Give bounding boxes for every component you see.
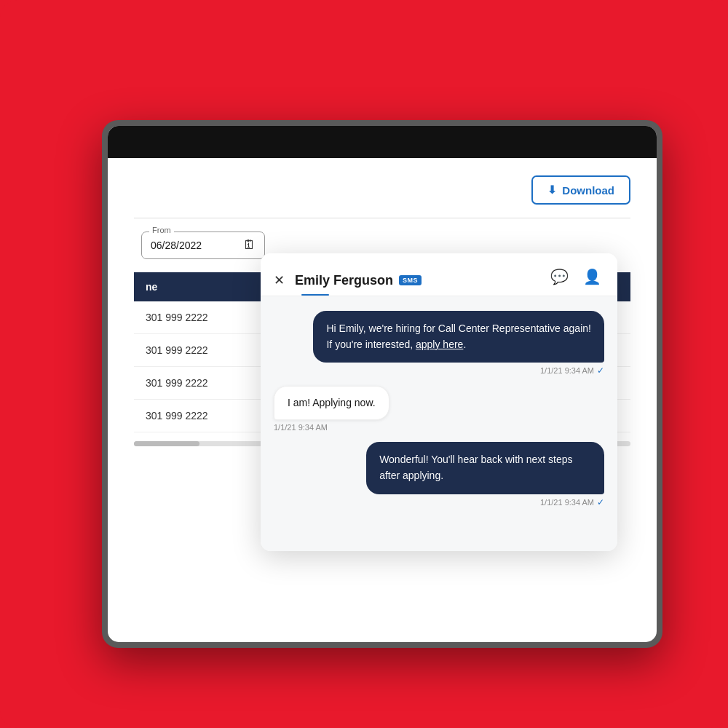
download-area: ⬇ Download <box>134 175 630 205</box>
message-meta-3: 1/1/21 9:34 AM ✓ <box>540 497 604 507</box>
close-icon[interactable]: ✕ <box>274 274 285 287</box>
message-outgoing-1: Hi Emily, we're hiring for Call Center R… <box>274 311 604 376</box>
section-divider <box>134 218 630 218</box>
message-meta-1: 1/1/21 9:34 AM ✓ <box>540 365 604 376</box>
chat-modal: ✕ Emily Ferguson SMS 💬 👤 <box>261 253 617 551</box>
message-outgoing-2: Wonderful! You'll hear back with next st… <box>274 442 604 507</box>
device-screen: ⬇ Download From 06/28/2022 🗓 <box>108 126 657 642</box>
delivered-checkmark-2: ✓ <box>597 497 604 507</box>
bubble-incoming-1: I am! Applying now. <box>274 386 389 420</box>
bubble-outgoing-2: Wonderful! You'll hear back with next st… <box>366 442 604 494</box>
message-incoming-1: I am! Applying now. 1/1/21 9:34 AM <box>274 386 604 432</box>
contact-name: Emily Ferguson <box>295 273 393 288</box>
chat-header-icons: 💬 👤 <box>547 265 604 296</box>
message-meta-2: 1/1/21 9:34 AM <box>274 423 328 432</box>
calendar-icon: 🗓 <box>243 238 256 253</box>
scrollbar-thumb[interactable] <box>134 441 199 446</box>
date-filter-field[interactable]: From 06/28/2022 🗓 <box>141 232 265 259</box>
profile-icon[interactable]: 👤 <box>580 265 604 288</box>
chat-header: ✕ Emily Ferguson SMS 💬 👤 <box>261 253 617 296</box>
sms-badge: SMS <box>399 275 422 285</box>
top-bar <box>108 126 657 158</box>
date-field-label: From <box>149 226 174 234</box>
bubble-outgoing-1: Hi Emily, we're hiring for Call Center R… <box>313 311 604 363</box>
device-frame: ⬇ Download From 06/28/2022 🗓 <box>102 120 662 648</box>
chat-icon[interactable]: 💬 <box>547 265 571 288</box>
tab-indicator <box>301 294 329 296</box>
delivered-checkmark-1: ✓ <box>597 365 604 376</box>
chat-body: Hi Emily, we're hiring for Call Center R… <box>261 296 617 551</box>
date-value: 06/28/2022 <box>151 240 202 251</box>
apply-link[interactable]: apply here <box>416 339 463 350</box>
download-button[interactable]: ⬇ Download <box>531 175 630 205</box>
download-icon: ⬇ <box>547 183 557 197</box>
